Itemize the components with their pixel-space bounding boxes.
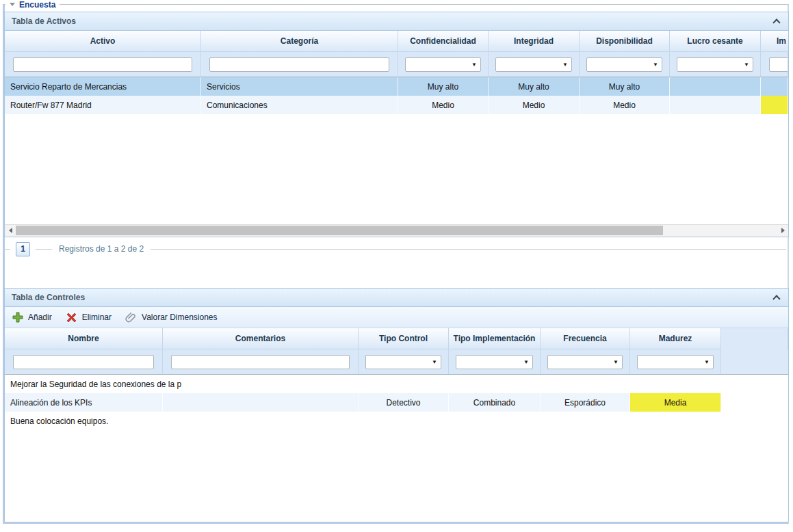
add-button-label: Añadir xyxy=(28,312,52,322)
filter-madurez-select[interactable]: ▼ xyxy=(637,355,714,369)
cell-nombre: Alineación de los KPIs xyxy=(5,393,163,412)
controls-panel: Tabla de Controles Añadir Eliminar V xyxy=(4,288,789,521)
delete-button[interactable]: Eliminar xyxy=(66,312,112,323)
cell-nombre: Mejorar la Seguridad de las conexiones d… xyxy=(5,375,359,393)
dropdown-arrow-icon: ▼ xyxy=(471,62,477,68)
cell-madurez xyxy=(630,375,721,393)
dropdown-arrow-icon: ▼ xyxy=(613,360,619,365)
filter-nombre-input[interactable] xyxy=(13,355,154,369)
cell-impacto-highlighted xyxy=(761,96,788,114)
cell-integridad: Muy alto xyxy=(489,77,580,96)
encuesta-screen: Encuesta Tabla de Activos Activo Categor… xyxy=(0,0,793,532)
cell-frecuencia: Esporádico xyxy=(541,393,630,412)
column-header-madurez[interactable]: Madurez xyxy=(630,328,721,349)
dropdown-arrow-icon: ▼ xyxy=(432,360,437,365)
control-row[interactable]: Mejorar la Seguridad de las conexiones d… xyxy=(5,375,788,393)
asset-row-selected[interactable]: Servicio Reparto de Mercancias Servicios… xyxy=(5,77,788,96)
controls-grid-header: Nombre Comentarios Tipo Control Tipo Imp… xyxy=(5,328,788,349)
cell-confidencialidad: Muy alto xyxy=(398,77,489,96)
records-summary: Registros de 1 a 2 de 2 xyxy=(59,244,144,254)
chevron-up-icon[interactable] xyxy=(773,295,780,301)
filter-filler xyxy=(721,349,788,374)
triangle-down-icon[interactable] xyxy=(10,3,15,6)
cell-nombre: Buena colocación equipos. xyxy=(5,412,359,430)
assets-filter-row: ▼ ▼ ▼ ▼ xyxy=(5,52,788,77)
column-header-frecuencia[interactable]: Frecuencia xyxy=(541,328,630,349)
cell-impacto xyxy=(761,77,788,96)
cell-madurez xyxy=(630,412,721,430)
scroll-left-icon[interactable] xyxy=(5,225,16,236)
column-header-categoria[interactable]: Categoría xyxy=(201,31,398,52)
cell-activo: Router/Fw 877 Madrid xyxy=(5,96,201,114)
filter-activo-input[interactable] xyxy=(13,57,192,72)
filter-categoria-input[interactable] xyxy=(209,57,389,72)
dropdown-arrow-icon: ▼ xyxy=(523,360,529,365)
scrollbar-thumb[interactable] xyxy=(16,226,663,235)
cell-frecuencia xyxy=(541,375,630,393)
assets-panel-header: Tabla de Activos xyxy=(5,12,788,31)
column-header-activo[interactable]: Activo xyxy=(5,31,201,52)
horizontal-scrollbar[interactable] xyxy=(5,224,788,237)
page-button[interactable]: 1 xyxy=(16,242,30,256)
column-header-tipo-implementacion[interactable]: Tipo Implementación xyxy=(449,328,541,349)
filter-comentarios-input[interactable] xyxy=(171,355,350,369)
column-header-impacto-partial[interactable]: Im xyxy=(761,31,788,52)
column-header-integridad[interactable]: Integridad xyxy=(489,31,580,52)
column-header-nombre[interactable]: Nombre xyxy=(5,328,163,349)
assets-panel-title: Tabla de Activos xyxy=(12,16,76,26)
value-dimensions-button-label: Valorar Dimensiones xyxy=(142,312,218,322)
encuesta-legend: Encuesta xyxy=(5,0,60,9)
cell-filler xyxy=(721,393,788,412)
filter-lucro-cesante-select[interactable]: ▼ xyxy=(677,57,753,72)
delete-button-label: Eliminar xyxy=(82,312,112,322)
column-header-tipo-control[interactable]: Tipo Control xyxy=(359,328,449,349)
column-header-filler xyxy=(721,328,788,349)
scroll-right-icon[interactable] xyxy=(777,225,788,236)
cell-categoria: Servicios xyxy=(201,77,398,96)
assets-panel: Tabla de Activos Activo Categoría Confid… xyxy=(4,12,789,237)
cell-filler xyxy=(721,375,788,393)
dropdown-arrow-icon: ▼ xyxy=(704,360,710,365)
divider xyxy=(4,249,10,250)
cell-tipo-implementacion xyxy=(449,412,541,430)
red-cross-icon xyxy=(66,312,77,323)
chevron-up-icon[interactable] xyxy=(773,19,780,25)
cell-integridad: Medio xyxy=(489,96,580,114)
cell-tipo-implementacion xyxy=(449,375,541,393)
assets-pagination: 1 Registros de 1 a 2 de 2 xyxy=(4,240,789,258)
cell-tipo-control xyxy=(359,412,449,430)
cell-disponibilidad: Muy alto xyxy=(580,77,670,96)
filter-impacto-input[interactable] xyxy=(769,57,788,72)
add-button[interactable]: Añadir xyxy=(12,312,52,323)
filter-tipo-control-select[interactable]: ▼ xyxy=(365,355,441,369)
controls-grid-body: Mejorar la Seguridad de las conexiones d… xyxy=(5,375,788,430)
cell-activo: Servicio Reparto de Mercancias xyxy=(5,77,201,96)
filter-integridad-select[interactable]: ▼ xyxy=(495,57,572,72)
value-dimensions-button[interactable]: Valorar Dimensiones xyxy=(125,312,218,323)
cell-madurez-highlighted: Media xyxy=(630,393,721,412)
filter-frecuencia-select[interactable]: ▼ xyxy=(547,355,623,369)
dropdown-arrow-icon: ▼ xyxy=(744,62,749,68)
filter-confidencialidad-select[interactable]: ▼ xyxy=(405,57,481,72)
column-header-confidencialidad[interactable]: Confidencialidad xyxy=(398,31,489,52)
cell-tipo-control: Detectivo xyxy=(359,393,449,412)
asset-row[interactable]: Router/Fw 877 Madrid Comunicaciones Medi… xyxy=(5,96,788,114)
filter-tipo-implementacion-select[interactable]: ▼ xyxy=(456,355,533,369)
cell-comentarios xyxy=(163,393,359,412)
cell-tipo-implementacion: Combinado xyxy=(449,393,541,412)
column-header-comentarios[interactable]: Comentarios xyxy=(163,328,359,349)
controls-panel-header: Tabla de Controles xyxy=(5,289,788,307)
filter-disponibilidad-select[interactable]: ▼ xyxy=(586,57,662,72)
assets-grid-body: Servicio Reparto de Mercancias Servicios… xyxy=(5,77,788,114)
control-row[interactable]: Buena colocación equipos. xyxy=(5,412,788,430)
assets-grid-header: Activo Categoría Confidencialidad Integr… xyxy=(5,31,788,52)
cell-lucro-cesante xyxy=(670,96,761,114)
controls-toolbar: Añadir Eliminar Valorar Dimensiones xyxy=(5,307,788,328)
control-row[interactable]: Alineación de los KPIs Detectivo Combina… xyxy=(5,393,788,412)
column-header-lucro-cesante[interactable]: Lucro cesante xyxy=(670,31,761,52)
plus-icon xyxy=(12,312,23,323)
column-header-disponibilidad[interactable]: Disponibilidad xyxy=(580,31,670,52)
cell-confidencialidad: Medio xyxy=(398,96,489,114)
cell-lucro-cesante xyxy=(670,77,761,96)
cell-categoria: Comunicaciones xyxy=(201,96,398,114)
